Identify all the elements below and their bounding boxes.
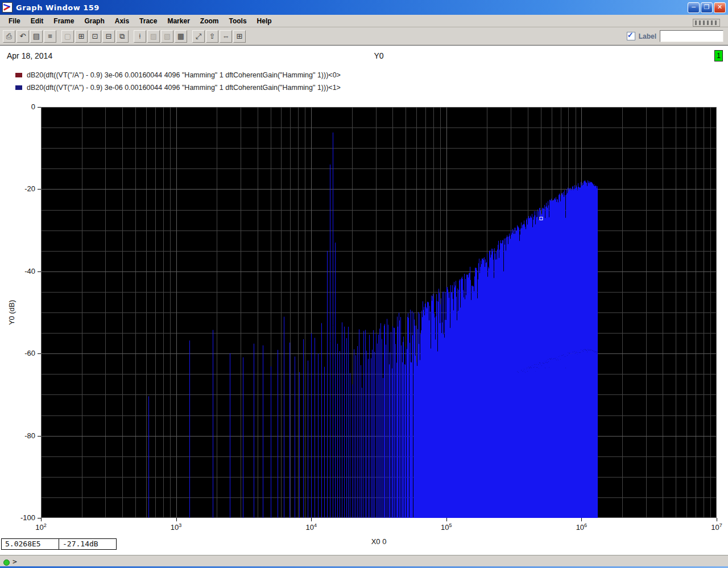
toolbar-separator — [57, 30, 61, 43]
marker-y-readout: -27.14dB — [59, 538, 117, 550]
y-axis-tick — [38, 436, 41, 437]
toolbar-right: ✓ Label — [627, 30, 723, 42]
x-axis-tick — [717, 518, 717, 521]
zoom-box-icon[interactable]: ⊞ — [233, 30, 246, 43]
delete-subwindow-icon[interactable]: ⊟ — [102, 30, 115, 43]
add-graph-icon[interactable]: ⊡ — [89, 30, 101, 43]
toolbar-separator — [129, 30, 133, 43]
window-title: Graph Window 159 — [16, 3, 100, 12]
y-axis-tick — [38, 107, 41, 108]
marker-x-readout: 5.0268E5 — [1, 538, 59, 550]
plot-canvas[interactable] — [41, 107, 717, 518]
statusbar: > — [0, 555, 728, 568]
pan-up-icon[interactable]: ⇧ — [206, 30, 218, 43]
menubar: FileEditFrameGraphAxisTraceMarkerZoomToo… — [0, 15, 728, 27]
toolbar: ⎙↶▤≡▢⊞⊡⊟⧉⍿▨▧▦⤢⇧⇔⊞ ✓ Label — [0, 27, 728, 46]
x-axis-tick — [41, 518, 42, 521]
table-icon[interactable]: ▦ — [175, 30, 187, 43]
titlebar[interactable]: Graph Window 159 ─ ❐ ✕ — [0, 0, 728, 15]
maximize-button[interactable]: ❐ — [701, 2, 713, 13]
toolbar-overflow-chip — [693, 19, 720, 27]
y-axis-label: -20 — [0, 184, 36, 193]
label-input[interactable] — [660, 30, 723, 42]
label-checkbox[interactable]: ✓ — [627, 32, 635, 40]
x-axis-tick — [176, 518, 177, 521]
x-axis-label: 102 — [28, 522, 53, 532]
pattern-b-icon[interactable]: ▧ — [161, 30, 173, 43]
x-axis-tick — [311, 518, 312, 521]
legend-expression: dB20(dft((VT("/A") - 0.9) 3e-06 0.001600… — [27, 71, 341, 79]
checkmark-icon: ✓ — [627, 31, 634, 39]
legend-expression: dB20(dft((VT("/A") - 0.9) 3e-06 0.001600… — [27, 84, 341, 92]
snapshot-icon[interactable]: ▢ — [61, 30, 74, 43]
x-axis-tick — [581, 518, 582, 521]
menu-file[interactable]: File — [3, 16, 26, 26]
y-axis-tick — [38, 353, 41, 354]
marker-icon[interactable]: ⍿ — [134, 30, 146, 43]
graph-title: Y0 — [41, 51, 717, 60]
menu-tools[interactable]: Tools — [224, 16, 251, 26]
x-axis-label: 106 — [569, 522, 594, 532]
minimize-button[interactable]: ─ — [688, 2, 700, 13]
close-button[interactable]: ✕ — [714, 2, 726, 13]
y-axis-tick — [38, 189, 41, 190]
x-axis-label: 107 — [704, 522, 728, 532]
y-axis-label: -40 — [0, 267, 36, 275]
y-axis-label: -100 — [0, 513, 36, 522]
y-axis-label: 0 — [0, 102, 36, 111]
legend-swatch — [15, 73, 22, 77]
composite-mode-icon[interactable]: ≡ — [44, 30, 56, 43]
x-axis-label: 105 — [434, 522, 459, 532]
x-axis-label: 103 — [164, 522, 189, 532]
marker-readouts: 5.0268E5 -27.14dB — [1, 538, 117, 550]
menu-edit[interactable]: Edit — [26, 16, 49, 26]
menu-graph[interactable]: Graph — [79, 16, 109, 26]
toolbar-icons: ⎙↶▤≡▢⊞⊡⊟⧉⍿▨▧▦⤢⇧⇔⊞ — [2, 30, 246, 43]
menu-frame[interactable]: Frame — [48, 16, 79, 26]
subwindow-badge[interactable]: 1 — [714, 50, 723, 61]
zoom-fit-icon[interactable]: ⤢ — [192, 30, 205, 43]
menu-trace[interactable]: Trace — [134, 16, 162, 26]
undo-icon[interactable]: ↶ — [16, 30, 29, 43]
y-axis-label: -80 — [0, 431, 36, 440]
command-prompt[interactable]: > — [13, 557, 17, 566]
legend-row[interactable]: dB20(dft((VT("/A") - 0.9) 3e-06 0.001600… — [15, 83, 341, 92]
legend-row[interactable]: dB20(dft((VT("/A") - 0.9) 3e-06 0.001600… — [15, 71, 341, 80]
app-icon — [2, 2, 13, 13]
menu-axis[interactable]: Axis — [110, 16, 134, 26]
y-axis-tick — [38, 271, 41, 272]
page: Apr 18, 2014 Y0 1 dB20(dft((VT("/A") - 0… — [0, 46, 728, 555]
status-indicator-icon — [3, 559, 10, 566]
toolbar-separator — [188, 30, 192, 43]
copy-window-icon[interactable]: ⧉ — [116, 30, 129, 43]
x-axis-title: X0 0 — [41, 537, 717, 546]
x-axis-tick — [446, 518, 447, 521]
new-subwindow-icon[interactable]: ⊞ — [75, 30, 88, 43]
x-axis-label: 104 — [299, 522, 324, 532]
legend-swatch — [15, 85, 22, 90]
print-icon[interactable]: ⎙ — [3, 30, 15, 43]
label-checkbox-text: Label — [639, 32, 656, 40]
pan-horizontal-icon[interactable]: ⇔ — [220, 30, 232, 43]
window-buttons: ─ ❐ ✕ — [688, 2, 726, 13]
y-axis-label: -60 — [0, 349, 36, 357]
menu-zoom[interactable]: Zoom — [195, 16, 224, 26]
y-axis-title: Y0 (dB) — [7, 290, 16, 335]
strip-chart-mode-icon[interactable]: ▤ — [30, 30, 43, 43]
menu-marker[interactable]: Marker — [162, 16, 195, 26]
pattern-a-icon[interactable]: ▨ — [147, 30, 160, 43]
menu-help[interactable]: Help — [252, 16, 277, 26]
